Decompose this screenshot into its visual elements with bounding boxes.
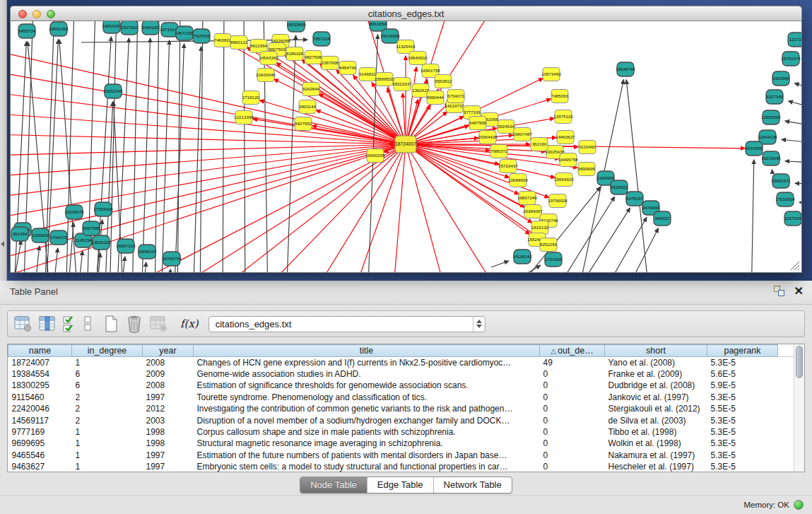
graph-node[interactable]: 22420046 — [256, 69, 276, 82]
graph-node[interactable]: 8938923 — [611, 180, 628, 194]
close-window-button[interactable] — [18, 10, 27, 18]
graph-node[interactable]: 14671358 — [175, 26, 194, 40]
graph-node[interactable]: 18807249 — [517, 192, 537, 205]
select-all-button[interactable] — [62, 314, 76, 334]
graph-node[interactable]: 13505115 — [91, 235, 111, 250]
graph-node[interactable]: 9115460 — [579, 141, 596, 154]
graph-node[interactable]: 6497568 — [469, 117, 487, 130]
graph-node[interactable]: 7485063 — [551, 90, 569, 103]
graph-node[interactable]: 9699695 — [578, 163, 596, 176]
graph-node[interactable]: 1527602 — [121, 21, 139, 35]
table-scrollbar[interactable] — [794, 344, 804, 472]
graph-node[interactable]: 7515526 — [193, 29, 211, 43]
graph-node[interactable]: 16958107 — [137, 245, 157, 259]
left-panel-divider[interactable] — [0, 0, 7, 281]
graph-node[interactable]: 2718120 — [242, 91, 260, 105]
graph-node[interactable]: 2367608 — [322, 57, 339, 70]
graph-node[interactable]: 17359928 — [93, 202, 113, 216]
graph-node[interactable]: 12213399 — [234, 111, 254, 124]
graph-node[interactable]: 9827508 — [305, 51, 322, 64]
tab-edge-table[interactable]: Edge Table — [367, 477, 434, 493]
column-header-in_degree[interactable]: in_degree — [72, 345, 143, 357]
graph-node[interactable]: 9553812 — [435, 75, 452, 88]
table-row[interactable]: 946362711997Embryonic stem cells: a mode… — [8, 461, 794, 472]
graph-node[interactable]: 16033809 — [286, 21, 306, 32]
graph-node[interactable]: 10688609 — [508, 174, 528, 187]
graph-node[interactable]: 2803144 — [299, 100, 317, 114]
column-header-out_degree[interactable]: △out_de… — [540, 345, 605, 357]
graph-node[interactable]: 20691406 — [49, 22, 69, 36]
graph-node[interactable]: 9097588 — [83, 221, 100, 235]
table-row[interactable]: 2242004622012Investigating the contribut… — [8, 403, 794, 414]
function-builder-button[interactable]: f(x) — [180, 317, 199, 330]
graph-node[interactable]: 1615132 — [531, 221, 549, 235]
graph-node[interactable]: 1156829 — [32, 228, 49, 243]
graph-node[interactable]: 14136141 — [512, 250, 532, 264]
graph-node[interactable]: 18300295 — [365, 149, 385, 163]
column-header-short[interactable]: short — [605, 345, 707, 357]
delete-button[interactable] — [125, 314, 143, 334]
graph-node[interactable]: 9146821 — [359, 68, 377, 81]
graph-node[interactable]: 7857224 — [313, 32, 331, 46]
graph-node[interactable]: 18322037 — [392, 78, 412, 91]
table-row[interactable]: 969969511998Structural magnetic resonanc… — [8, 438, 794, 449]
graph-node[interactable]: 8990444 — [427, 91, 445, 105]
collapse-arrow-icon[interactable] — [1, 241, 4, 247]
resize-grip[interactable] — [791, 262, 799, 270]
table-panel-header[interactable]: Table Panel ✕ — [0, 281, 812, 305]
graph-node[interactable]: 16543382 — [259, 52, 278, 65]
column-header-pagerank[interactable]: pagerank — [707, 345, 778, 357]
graph-node[interactable]: 9227349 — [766, 90, 784, 104]
graph-node[interactable]: 20053346 — [103, 84, 123, 98]
graph-node[interactable]: 17016504 — [775, 192, 795, 206]
network-view-window[interactable]: citations_edges.txt 94557242069140610653… — [10, 6, 802, 273]
table-selector-dropdown[interactable]: citations_edges.txt — [208, 316, 486, 332]
graph-node[interactable]: 8912954 — [250, 40, 268, 53]
network-canvas[interactable]: 9455724206914061065328715276026466160107… — [10, 21, 802, 273]
table-row[interactable]: 977716911998Corpus callosum shape and si… — [8, 426, 794, 438]
graph-node[interactable]: 19218906 — [380, 29, 400, 43]
graph-node[interactable]: 6466160 — [142, 21, 160, 35]
graph-node[interactable]: 8186328 — [286, 47, 304, 61]
graph-node[interactable]: 20364436 — [478, 131, 498, 144]
close-panel-icon[interactable]: ✕ — [794, 286, 804, 296]
graph-node[interactable]: 10807487 — [512, 128, 532, 141]
graph-node[interactable]: 1167534 — [784, 211, 801, 226]
column-settings-button[interactable] — [39, 314, 56, 334]
graph-node[interactable]: 15692971 — [771, 174, 791, 188]
graph-node[interactable]: 16495758 — [558, 153, 578, 167]
zoom-window-button[interactable] — [47, 10, 55, 18]
float-panel-icon[interactable] — [774, 286, 784, 296]
graph-node[interactable]: 6479197 — [626, 192, 644, 206]
graph-node[interactable]: 9455724 — [18, 24, 36, 38]
table-row[interactable]: 1872400712008Changes of HCN gene express… — [8, 357, 794, 368]
graph-node[interactable]: 121724 — [788, 33, 801, 47]
column-header-title[interactable]: title — [194, 345, 540, 357]
graph-node[interactable]: 391394 — [11, 227, 28, 241]
table-row[interactable]: 911546021997Tourette syndrome. Phenomeno… — [8, 392, 794, 403]
unselect-all-button[interactable] — [83, 314, 93, 334]
graph-node[interactable]: 1794275 — [50, 230, 68, 245]
graph-node[interactable]: 12093582 — [761, 110, 781, 124]
graph-node[interactable]: 10653287 — [102, 21, 122, 33]
graph-node[interactable]: 8252254 — [540, 238, 558, 252]
graph-node[interactable]: 8660123 — [230, 36, 248, 49]
graph-node[interactable]: 8427552 — [295, 117, 312, 131]
graph-node[interactable]: 1733426 — [545, 252, 563, 267]
graph-node[interactable]: 7463822 — [214, 34, 232, 47]
graph-node[interactable]: 18640910 — [408, 52, 428, 65]
new-table-button[interactable] — [103, 314, 119, 334]
scrollbar-thumb[interactable] — [796, 346, 803, 378]
graph-node[interactable]: 14463627 — [555, 131, 575, 144]
graph-node[interactable]: 8215955 — [746, 141, 763, 156]
graph-node[interactable]: 19756928 — [548, 194, 567, 208]
graph-node[interactable]: 15751074 — [781, 52, 801, 66]
table-row[interactable]: 1938455462009Genome-wide association stu… — [8, 368, 794, 380]
graph-node[interactable]: 16782753 — [162, 252, 182, 266]
window-titlebar[interactable]: citations_edges.txt — [10, 6, 802, 21]
hub-graph-node[interactable]: 18724007 — [395, 136, 416, 153]
graph-node[interactable]: 16957223 — [116, 239, 136, 253]
table-row[interactable]: 946554611997Estimation of the future num… — [8, 450, 794, 461]
delete-table-button[interactable] — [150, 314, 168, 334]
graph-node[interactable]: 8454749 — [339, 62, 357, 75]
